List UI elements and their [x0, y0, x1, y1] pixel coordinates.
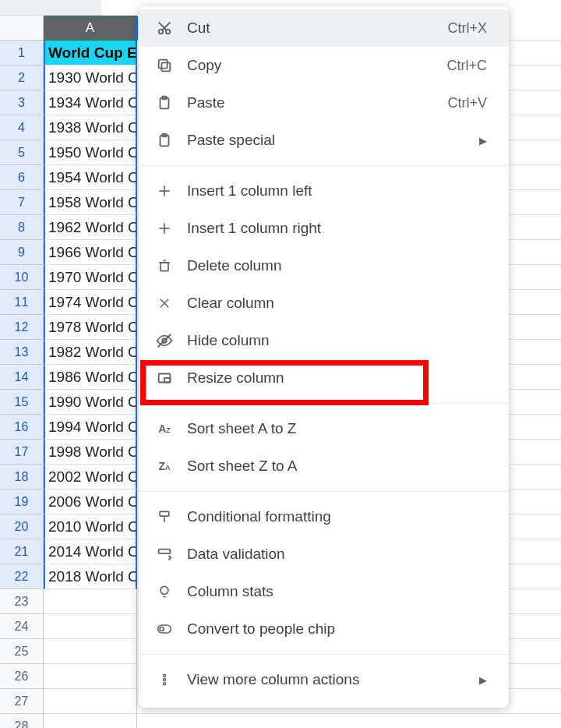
svg-rect-5	[159, 60, 168, 69]
row-header[interactable]: 21	[0, 539, 44, 564]
data-cell[interactable]: 1990 World Cup	[44, 390, 137, 415]
menu-insert-right[interactable]: Insert 1 column right	[139, 210, 509, 247]
row-header[interactable]: 11	[0, 290, 44, 315]
select-all-corner[interactable]	[0, 16, 44, 41]
svg-point-26	[161, 586, 168, 594]
data-cell[interactable]: 1938 World Cup	[44, 115, 137, 140]
data-cell[interactable]: 2014 World Cup	[44, 539, 137, 564]
menu-people-chip[interactable]: Convert to people chip	[139, 610, 509, 648]
row-header[interactable]: 16	[0, 415, 44, 440]
menu-separator	[139, 654, 509, 655]
menu-sort-za-label: Sort sheet Z to A	[187, 458, 487, 475]
menu-data-validation[interactable]: Data validation	[139, 535, 509, 573]
row-header[interactable]: 8	[0, 215, 44, 240]
row-header[interactable]: 1	[0, 41, 44, 65]
cell-rest[interactable]	[137, 714, 561, 728]
data-cell[interactable]	[44, 614, 137, 639]
data-cell[interactable]	[44, 714, 137, 728]
people-chip-icon	[154, 619, 175, 639]
row-header[interactable]: 18	[0, 465, 44, 489]
row-header[interactable]: 22	[0, 564, 44, 589]
data-cell[interactable]: 1970 World Cup	[44, 265, 137, 290]
data-cell[interactable]: 1962 World Cup	[44, 215, 137, 240]
row-header[interactable]: 2	[0, 65, 44, 90]
svg-rect-22	[164, 378, 170, 383]
data-cell[interactable]: 2018 World Cup	[44, 564, 137, 589]
menu-sort-az[interactable]: AZ Sort sheet A to Z	[139, 410, 509, 447]
data-cell[interactable]: 1994 World Cup	[44, 415, 137, 440]
svg-point-29	[160, 627, 164, 631]
menu-cut-shortcut: Ctrl+X	[447, 20, 487, 37]
menu-conditional-formatting-label: Conditional formatting	[187, 508, 487, 525]
menu-sort-az-label: Sort sheet A to Z	[187, 420, 487, 437]
data-cell[interactable]: 1966 World Cup	[44, 240, 137, 265]
menu-clear-column-label: Clear column	[187, 295, 487, 312]
data-cell[interactable]: 1986 World Cup	[44, 365, 137, 390]
data-cell[interactable]: 1954 World Cup	[44, 165, 137, 190]
data-cell[interactable]: 1930 World Cup	[44, 65, 137, 90]
data-cell[interactable]: 1934 World Cup	[44, 90, 137, 115]
data-cell[interactable]: 1974 World Cup	[44, 290, 137, 315]
row-header[interactable]: 6	[0, 165, 44, 190]
row-header[interactable]: 7	[0, 190, 44, 215]
data-cell[interactable]: 1978 World Cup	[44, 315, 137, 340]
svg-rect-23	[160, 511, 169, 516]
svg-point-31	[164, 679, 166, 681]
row-header[interactable]: 24	[0, 614, 44, 639]
column-header-A[interactable]: A	[44, 16, 137, 41]
menu-hide-column[interactable]: Hide column	[139, 322, 509, 359]
row-header[interactable]: 27	[0, 689, 44, 714]
row-header[interactable]: 20	[0, 514, 44, 539]
data-cell[interactable]: 2006 World Cup	[44, 489, 137, 514]
paste-special-icon	[154, 130, 175, 150]
menu-insert-left[interactable]: Insert 1 column left	[139, 172, 509, 210]
row-header[interactable]: 5	[0, 140, 44, 165]
header-cell[interactable]: World Cup Editions	[44, 41, 137, 65]
row-header[interactable]: 10	[0, 265, 44, 290]
row-header[interactable]: 9	[0, 240, 44, 265]
row-header[interactable]: 4	[0, 115, 44, 140]
menu-conditional-formatting[interactable]: Conditional formatting	[139, 498, 509, 535]
row-header[interactable]: 26	[0, 664, 44, 689]
data-cell[interactable]	[44, 589, 137, 614]
menu-copy[interactable]: Copy Ctrl+C	[139, 47, 509, 84]
paste-icon	[154, 93, 175, 113]
row-header[interactable]: 28	[0, 714, 44, 728]
data-cell[interactable]	[44, 689, 137, 714]
menu-resize-column[interactable]: Resize column	[139, 359, 509, 397]
row-header[interactable]: 19	[0, 489, 44, 514]
data-cell[interactable]	[44, 639, 137, 664]
data-cell[interactable]: 1982 World Cup	[44, 340, 137, 365]
sheet-tab-bar	[0, 0, 101, 16]
menu-paste[interactable]: Paste Ctrl+V	[139, 84, 509, 122]
data-cell[interactable]: 1958 World Cup	[44, 190, 137, 215]
data-cell[interactable]: 2010 World Cup	[44, 514, 137, 539]
menu-insert-right-label: Insert 1 column right	[187, 220, 487, 237]
row-header[interactable]: 3	[0, 90, 44, 115]
menu-paste-special-label: Paste special	[187, 132, 479, 149]
data-cell[interactable]	[44, 664, 137, 689]
menu-delete-column[interactable]: Delete column	[139, 247, 509, 284]
data-cell[interactable]: 1950 World Cup	[44, 140, 137, 165]
data-cell[interactable]: 1998 World Cup	[44, 440, 137, 465]
row-header[interactable]: 25	[0, 639, 44, 664]
menu-delete-column-label: Delete column	[187, 257, 487, 274]
row-header[interactable]: 23	[0, 589, 44, 614]
row-header[interactable]: 12	[0, 315, 44, 340]
menu-people-chip-label: Convert to people chip	[187, 620, 487, 638]
menu-paste-shortcut: Ctrl+V	[447, 95, 487, 111]
menu-sort-za[interactable]: ZA Sort sheet Z to A	[139, 447, 509, 485]
menu-paste-special[interactable]: Paste special ▶	[139, 122, 509, 159]
row-header[interactable]: 14	[0, 365, 44, 390]
data-cell[interactable]: 2002 World Cup	[44, 465, 137, 489]
menu-more-actions[interactable]: View more column actions ▶	[139, 661, 509, 698]
menu-clear-column[interactable]: Clear column	[139, 284, 509, 322]
menu-column-stats[interactable]: Column stats	[139, 573, 509, 610]
row-header[interactable]: 17	[0, 440, 44, 465]
menu-paste-label: Paste	[187, 94, 447, 111]
row-header[interactable]: 13	[0, 340, 44, 365]
menu-copy-shortcut: Ctrl+C	[446, 58, 487, 74]
plus-icon	[154, 181, 175, 201]
row-header[interactable]: 15	[0, 390, 44, 415]
menu-cut[interactable]: Cut Ctrl+X	[139, 9, 509, 47]
